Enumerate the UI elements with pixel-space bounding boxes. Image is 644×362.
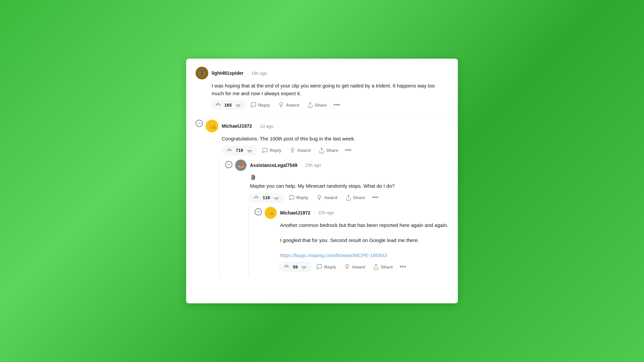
comment-2-1-1-avatar: 👊 — [265, 207, 277, 219]
comment-1-score: 165 — [224, 103, 232, 108]
comment-2-1-1-username: MichaelJ1972 — [280, 210, 310, 216]
comment-2-1-share-btn[interactable]: Share — [342, 193, 369, 202]
comment-2-more-btn[interactable]: ••• — [343, 146, 354, 155]
comment-1-time: 18h ago — [252, 71, 267, 76]
comment-2-1-1-header: 👊 MichaelJ1972 · 22h ago — [265, 207, 448, 219]
comment-2-1-content: 🦊 AssistanceLegal7549 · 23h ago 🗿 Maybe … — [235, 160, 448, 278]
comment-2-1-award-btn[interactable]: Award — [313, 193, 341, 202]
comment-2-1-vote-group: 118 — [249, 193, 284, 203]
comment-2-1-1-actions: 59 — [279, 262, 448, 272]
comment-2-1-emoji: 🗿 — [250, 174, 448, 181]
comment-2-1-1-share-btn[interactable]: Share — [370, 262, 396, 271]
comment-2-header: 👊 MichaelJ1972 · 1d ago — [206, 120, 448, 132]
comment-2-1-downvote[interactable] — [272, 194, 281, 201]
comment-2-1-time: 23h ago — [305, 163, 321, 168]
comment-2-reply-btn[interactable]: Reply — [259, 146, 285, 155]
comment-2-1-1: − 👊 MichaelJ1972 · 22h ago — [255, 207, 448, 276]
comment-2-avatar: 👊 — [206, 120, 218, 132]
comment-2-1-avatar: 🦊 — [235, 160, 247, 171]
comment-2-1-1-content: 👊 MichaelJ1972 · 22h ago Another common … — [265, 207, 448, 276]
comment-1-timestamp: · — [247, 71, 248, 76]
comment-2-replies: − 🦊 AssistanceLegal7549 · 23h ago 🗿 Mayb… — [219, 160, 448, 278]
comment-2-body: Congratulations. The 100th post of this … — [222, 135, 448, 143]
comment-2-upvote[interactable] — [225, 147, 234, 154]
comment-1-actions: 165 Reply Award Share ••• — [210, 100, 448, 110]
comment-1-share-btn[interactable]: Share — [304, 101, 330, 109]
comment-2-1-score: 118 — [262, 195, 271, 200]
comment-1-body: I was hoping that at the end of your cli… — [212, 82, 448, 97]
comment-1-award-btn[interactable]: Award — [275, 101, 303, 109]
comment-2-1-1-row: − 👊 MichaelJ1972 · 22h ago — [255, 207, 448, 276]
comment-2-collapse[interactable]: − — [196, 120, 203, 127]
comment-2-content: 👊 MichaelJ1972 · 1d ago Congratulations.… — [206, 120, 448, 279]
comment-2-1-1-vote-group: 59 — [279, 262, 312, 272]
comment-2-1-actions: 118 Reply — [249, 193, 448, 203]
comment-2: − 👊 MichaelJ1972 · 1d ago Congratulation… — [196, 120, 448, 279]
comment-2-vote-group: 719 — [222, 145, 257, 156]
comment-2-1-1-reply-btn[interactable]: Reply — [313, 262, 339, 271]
comment-2-1-1-upvote[interactable] — [282, 263, 291, 270]
divider-1 — [196, 117, 448, 117]
comment-2-award-btn[interactable]: Award — [286, 146, 314, 155]
comment-1-upvote[interactable] — [214, 101, 222, 109]
comment-1-header: 🕷️ light481spider · 18h ago — [196, 67, 448, 79]
comment-2-actions: 719 Reply Award Sh — [222, 145, 448, 156]
comment-1-more-btn[interactable]: ••• — [332, 101, 342, 109]
comment-2-1: − 🦊 AssistanceLegal7549 · 23h ago 🗿 Mayb… — [225, 160, 448, 278]
comment-2-1-1-downvote[interactable] — [300, 263, 308, 270]
comment-2-1-collapse[interactable]: − — [225, 161, 232, 168]
comment-2-downvote[interactable] — [245, 147, 254, 154]
comment-2-1-reply-btn[interactable]: Reply — [285, 193, 312, 202]
comment-2-row: − 👊 MichaelJ1972 · 1d ago Congratulation… — [196, 120, 448, 279]
comment-2-1-1-award-btn[interactable]: Award — [341, 262, 369, 271]
comment-2-1-1-body: Another common bedrock but that has been… — [280, 222, 448, 259]
comment-2-1-1-collapse[interactable]: − — [255, 208, 262, 216]
comment-1-reply-btn[interactable]: Reply — [247, 101, 273, 109]
comment-1-downvote[interactable] — [234, 101, 243, 109]
comments-card: 🕷️ light481spider · 18h ago I was hoping… — [186, 59, 458, 303]
comment-2-1-1-more-btn[interactable]: ••• — [398, 263, 408, 271]
comment-2-1-replies: − 👊 MichaelJ1972 · 22h ago — [249, 207, 448, 276]
comment-2-1-username: AssistanceLegal7549 — [250, 163, 298, 168]
comment-2-1-body: Maybe you can help. My Minecart randomly… — [250, 182, 448, 190]
comment-1: 🕷️ light481spider · 18h ago I was hoping… — [196, 67, 448, 114]
comment-2-1-more-btn[interactable]: ••• — [370, 193, 380, 202]
comment-2-share-btn[interactable]: Share — [315, 146, 342, 155]
comment-2-1-header: 🦊 AssistanceLegal7549 · 23h ago — [235, 160, 448, 171]
comment-1-username: light481spider — [212, 70, 244, 76]
comment-2-score: 719 — [235, 148, 244, 153]
comment-1-vote-group: 165 — [210, 100, 246, 110]
comment-2-1-1-score: 59 — [292, 264, 298, 269]
comment-2-1-row: − 🦊 AssistanceLegal7549 · 23h ago 🗿 Mayb… — [225, 160, 448, 278]
comment-2-1-1-time: 22h ago — [318, 210, 334, 215]
comment-2-1-upvote[interactable] — [252, 194, 261, 201]
comment-2-username: MichaelJ1972 — [222, 123, 252, 129]
comment-2-1-1-link[interactable]: https://bugs.mojang.com/browse/MCPE-1856… — [280, 252, 387, 258]
comment-1-avatar: 🕷️ — [196, 67, 208, 79]
comment-2-time: 1d ago — [260, 124, 273, 129]
comment-2-sep: · — [255, 124, 257, 129]
